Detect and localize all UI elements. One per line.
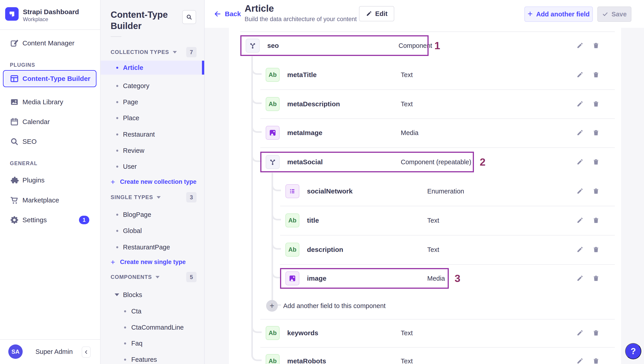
delete-field-button[interactable] <box>590 157 601 167</box>
edit-button[interactable]: Edit <box>359 6 394 21</box>
field-type: Media <box>401 129 418 137</box>
help-button[interactable]: ? <box>625 343 641 359</box>
page-subtitle: Build the data architecture of your cont… <box>244 16 357 23</box>
trash-icon <box>592 246 600 253</box>
image-icon <box>10 98 19 106</box>
field-name: metaDescription <box>287 100 340 108</box>
trash-icon <box>592 357 600 364</box>
delete-field-button[interactable] <box>590 215 601 226</box>
avatar[interactable]: SA <box>8 344 23 359</box>
bullet-icon <box>116 117 118 119</box>
plus-icon: + <box>110 258 115 266</box>
annotation-highlight-box <box>240 35 428 56</box>
edit-field-button[interactable] <box>574 186 585 197</box>
user-name: Super Admin <box>36 348 73 355</box>
sidebar-item-place[interactable]: Place <box>100 111 204 125</box>
sidebar-item-media-library[interactable]: Media Library <box>0 93 100 111</box>
annotation-number: 1 <box>434 40 440 52</box>
trash-icon <box>592 129 600 136</box>
delete-field-button[interactable] <box>590 127 601 138</box>
edit-field-button[interactable] <box>574 40 585 51</box>
add-another-field-button[interactable]: + Add another field <box>524 7 593 22</box>
edit-field-button[interactable] <box>574 99 585 109</box>
sidebar-item-global[interactable]: Global <box>100 224 204 238</box>
delete-field-button[interactable] <box>590 186 601 197</box>
delete-field-button[interactable] <box>590 69 601 80</box>
component-group-blocks[interactable]: Blocks <box>100 288 204 301</box>
delete-field-button[interactable] <box>590 328 601 338</box>
sidebar-item-marketplace[interactable]: Marketplace <box>0 192 100 209</box>
sidebar-item-label: RestaurantPage <box>123 244 170 251</box>
sidebar-item-page[interactable]: Page <box>100 95 204 109</box>
annotation-number: 2 <box>480 156 486 168</box>
enumeration-icon <box>288 188 296 195</box>
search-button[interactable] <box>182 10 196 24</box>
layout-grid-icon <box>10 74 19 83</box>
delete-field-button[interactable] <box>590 273 601 284</box>
cart-icon <box>10 196 19 205</box>
pen-icon <box>10 39 19 48</box>
sidebar-item-user[interactable]: User <box>100 159 204 173</box>
add-field-to-component-button[interactable]: + <box>266 300 278 312</box>
field-row-seo: seoComponent1 <box>229 31 621 60</box>
field-type: Text <box>427 246 439 253</box>
bullet-icon <box>116 101 118 103</box>
save-button[interactable]: Save <box>597 7 632 22</box>
edit-field-button[interactable] <box>574 273 585 284</box>
edit-field-button[interactable] <box>574 356 585 364</box>
sidebar-item-plugins[interactable]: Plugins <box>0 172 100 189</box>
field-row-metadescription: AbmetaDescriptionText <box>229 89 621 119</box>
collection-count-badge: 7 <box>186 47 196 57</box>
sidebar-item-label: Article <box>123 64 143 71</box>
edit-field-button[interactable] <box>574 69 585 80</box>
text-field-icon: Ab <box>286 214 299 227</box>
sidebar-item-restaurant[interactable]: Restaurant <box>100 127 204 141</box>
sidebar-item-label: Content Manager <box>22 39 74 47</box>
sidebar-item-label: Media Library <box>22 98 63 106</box>
sidebar-item-article[interactable]: Article <box>100 61 204 75</box>
delete-field-button[interactable] <box>590 244 601 255</box>
edit-field-button[interactable] <box>574 328 585 338</box>
sidebar-item-label: Global <box>123 227 142 235</box>
section-header-components-types[interactable]: COMPONENTS <box>110 274 160 280</box>
sidebar-item-review[interactable]: Review <box>100 144 204 157</box>
edit-field-button[interactable] <box>574 244 585 255</box>
page-title: Article <box>244 3 274 14</box>
sidebar-item-content-manager[interactable]: Content Manager <box>0 35 100 52</box>
sidebar-item-category[interactable]: Category <box>100 79 204 93</box>
edit-field-button[interactable] <box>574 127 585 138</box>
create-new-single-type-link[interactable]: +Create new single type <box>110 258 186 266</box>
bullet-icon <box>116 165 118 168</box>
field-name: title <box>307 217 319 224</box>
sidebar-item-seo[interactable]: SEO <box>0 133 100 150</box>
delete-field-button[interactable] <box>590 356 601 364</box>
delete-field-button[interactable] <box>590 99 601 109</box>
delete-field-button[interactable] <box>590 40 601 51</box>
sidebar-item-restaurantpage[interactable]: RestaurantPage <box>100 240 204 254</box>
arrow-left-icon <box>214 10 222 18</box>
sidebar-item-blogpage[interactable]: BlogPage <box>100 208 204 222</box>
field-type: Text <box>401 100 413 108</box>
sidebar-item-faq[interactable]: Faq <box>100 336 204 350</box>
section-header-collection-types[interactable]: COLLECTION TYPES <box>110 49 177 55</box>
collapse-sidebar-button[interactable] <box>82 346 91 358</box>
pencil-icon <box>576 188 584 195</box>
text-field-icon: Ab <box>266 68 280 82</box>
field-type: Text <box>401 357 413 364</box>
strapi-logo-icon <box>5 7 18 21</box>
annotation-number: 3 <box>454 272 460 284</box>
sidebar-item-settings[interactable]: Settings1 <box>0 212 100 229</box>
edit-field-button[interactable] <box>574 215 585 226</box>
sidebar-item-ctacommandline[interactable]: CtaCommandLine <box>100 320 204 334</box>
content-manager-icon <box>10 39 19 48</box>
sidebar-item-content-type-builder[interactable]: Content-Type Builder <box>3 70 96 87</box>
sidebar-item-calendar[interactable]: Calendar <box>0 113 100 130</box>
back-link[interactable]: Back <box>214 10 241 18</box>
sidebar-item-cta[interactable]: Cta <box>100 304 204 318</box>
create-new-collection-type-link[interactable]: +Create new collection type <box>110 177 196 186</box>
sidebar-item-features[interactable]: Features <box>100 352 204 364</box>
edit-field-button[interactable] <box>574 157 585 167</box>
section-header-single-types[interactable]: SINGLE TYPES <box>110 194 161 201</box>
field-row-image: imageMedia3 <box>229 264 621 293</box>
seo-icon <box>10 137 19 146</box>
